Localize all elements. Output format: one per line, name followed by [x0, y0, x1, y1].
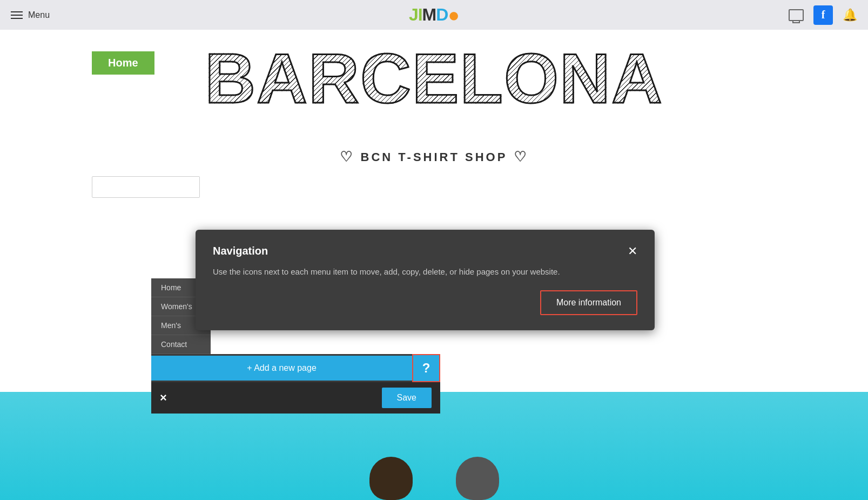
save-row: × Save [151, 382, 440, 414]
barcelona-title-container: BARCELONA [0, 30, 868, 154]
nav-search-box [92, 176, 200, 198]
logo-m: M [422, 5, 436, 25]
info-panel-title: Navigation [213, 245, 268, 257]
barcelona-title: BARCELONA [205, 43, 663, 114]
logo-o: ● [448, 4, 459, 26]
help-button[interactable]: ? [412, 354, 440, 382]
add-page-row: + Add a new page ? [151, 354, 440, 382]
info-panel-description: Use the icons next to each menu item to … [213, 266, 637, 278]
person-head-2 [456, 457, 499, 500]
jimdo-logo: JIMD● [409, 4, 459, 26]
menu-icon[interactable] [11, 11, 23, 19]
home-bar-label: Home [108, 57, 138, 69]
bottom-panel: + Add a new page ? × Save [151, 354, 440, 414]
info-panel-header: Navigation ✕ [213, 245, 637, 257]
people-silhouettes [369, 457, 499, 500]
home-bar: Home [92, 51, 154, 75]
facebook-button[interactable]: f [813, 5, 833, 25]
bell-icon[interactable]: 🔔 [843, 8, 857, 22]
main-content: BARCELONA ♡ BCN T-SHIRT SHOP ♡ Home Home… [0, 30, 868, 500]
monitor-icon[interactable] [789, 9, 804, 21]
navigation-info-panel: Navigation ✕ Use the icons next to each … [196, 230, 655, 330]
top-bar-right: f 🔔 [789, 5, 857, 25]
info-panel-footer: More information [213, 290, 637, 315]
logo-j: JI [409, 5, 422, 25]
cancel-button[interactable]: × [160, 391, 167, 405]
top-bar-left: Menu [11, 10, 50, 20]
logo-d: D [436, 5, 448, 25]
add-new-page-button[interactable]: + Add a new page [151, 356, 412, 381]
save-button[interactable]: Save [382, 388, 432, 408]
info-panel-close-button[interactable]: ✕ [628, 245, 637, 257]
nav-area [0, 176, 868, 198]
top-bar: Menu JIMD● f 🔔 [0, 0, 868, 30]
nav-item-contact[interactable]: Contact [151, 335, 211, 354]
menu-label: Menu [28, 10, 50, 20]
person-head-1 [369, 457, 413, 500]
more-information-button[interactable]: More information [540, 290, 637, 315]
